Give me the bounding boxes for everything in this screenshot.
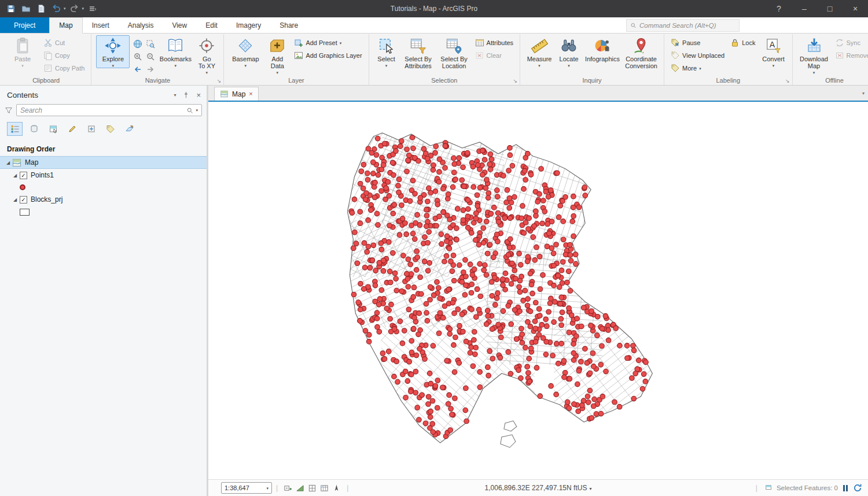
list-by-selection-button[interactable] xyxy=(46,123,60,135)
chevron-down-icon[interactable]: ▾ xyxy=(589,486,591,491)
tab-analysis[interactable]: Analysis xyxy=(119,17,163,33)
slope-icon[interactable] xyxy=(296,484,304,493)
panel-menu-icon[interactable]: ▾ xyxy=(174,92,176,98)
contents-search-box[interactable]: ▾ xyxy=(16,104,202,116)
table-cells-icon[interactable] xyxy=(320,484,329,493)
select-button[interactable]: Select ▾ xyxy=(374,35,399,68)
tab-view[interactable]: View xyxy=(163,17,196,33)
layer-symbol-blocks[interactable] xyxy=(0,206,207,219)
cut-button[interactable]: Cut xyxy=(42,37,86,49)
explore-button[interactable]: Explore ▾ xyxy=(96,35,130,68)
go-to-xy-button[interactable]: Go To XY ▾ xyxy=(194,35,219,75)
locate-button[interactable]: Locate ▾ xyxy=(556,35,582,68)
redo-dropdown-icon[interactable]: ▾ xyxy=(82,6,84,11)
list-by-snapping-button[interactable] xyxy=(84,123,98,135)
remove-button[interactable]: Remove xyxy=(833,50,868,61)
select-by-location-button[interactable]: Select By Location xyxy=(437,35,471,69)
clear-selection-button[interactable]: Clear xyxy=(473,50,515,61)
grid-icon[interactable] xyxy=(308,484,317,493)
list-by-data-source-button[interactable] xyxy=(27,123,41,135)
pin-icon[interactable] xyxy=(182,91,190,99)
add-preset-button[interactable]: Add Preset ▾ xyxy=(292,37,363,49)
panel-close-icon[interactable]: × xyxy=(196,91,201,99)
open-project-button[interactable] xyxy=(20,2,32,16)
redo-button[interactable] xyxy=(68,2,81,16)
view-unplaced-button[interactable]: View Unplaced xyxy=(669,50,726,61)
grid-plus-icon[interactable] xyxy=(284,484,292,493)
go-to-xy-icon xyxy=(198,37,215,54)
measure-label: Measure xyxy=(527,55,552,62)
maximize-button[interactable]: □ xyxy=(817,0,843,17)
expander-icon[interactable]: ◢ xyxy=(5,160,12,165)
minimize-button[interactable]: – xyxy=(792,0,817,17)
point-symbol-swatch[interactable] xyxy=(20,184,25,190)
tab-imagery[interactable]: Imagery xyxy=(227,17,270,33)
tab-insert[interactable]: Insert xyxy=(83,17,119,33)
bookmarks-button[interactable]: Bookmarks ▾ xyxy=(159,35,192,68)
close-button[interactable]: × xyxy=(843,0,868,17)
help-button[interactable]: ? xyxy=(766,0,792,17)
full-extent-button[interactable] xyxy=(132,38,144,50)
tab-edit[interactable]: Edit xyxy=(196,17,227,33)
download-map-button[interactable]: Download Map ▾ xyxy=(797,35,831,75)
layer-tree-item-points1[interactable]: ◢ ✓ Points1 xyxy=(0,169,207,182)
list-by-drawing-order-button[interactable] xyxy=(8,123,22,135)
new-project-button[interactable] xyxy=(35,2,47,16)
view-tab-map[interactable]: Map × xyxy=(214,87,259,101)
map-scale-combobox[interactable]: 1:38,647 ▾ xyxy=(221,482,272,494)
infographics-button[interactable]: Infographics xyxy=(584,35,621,62)
zoom-to-selection-button[interactable] xyxy=(145,38,156,50)
layer-tree-item-map[interactable]: ◢ Map xyxy=(0,156,207,169)
tab-map[interactable]: Map xyxy=(49,17,82,34)
selected-features-count[interactable]: Selected Features: 0 xyxy=(777,484,838,491)
fixed-zoom-in-button[interactable] xyxy=(132,51,144,62)
coordinate-conversion-button[interactable]: Coordinate Conversion xyxy=(623,35,659,69)
tab-project[interactable]: Project xyxy=(0,17,49,33)
select-by-attributes-button[interactable]: Select By Attributes xyxy=(402,35,435,69)
more-labeling-button[interactable]: More ▾ xyxy=(669,62,726,74)
save-project-button[interactable] xyxy=(5,2,17,16)
list-by-labeling-button[interactable] xyxy=(103,123,117,135)
search-icon xyxy=(186,107,193,114)
paste-button[interactable]: Paste ▾ xyxy=(6,35,39,68)
fixed-zoom-out-button[interactable] xyxy=(145,51,156,62)
layer-checkbox-points1[interactable]: ✓ xyxy=(20,172,27,179)
tab-share[interactable]: Share xyxy=(270,17,307,33)
previous-extent-button[interactable] xyxy=(132,64,144,75)
convert-labels-button[interactable]: A Convert ▾ xyxy=(760,35,788,68)
list-by-perspective-button[interactable] xyxy=(122,123,137,135)
layer-checkbox-blocks[interactable]: ✓ xyxy=(20,196,27,203)
command-search-input[interactable] xyxy=(639,22,735,29)
add-graphics-layer-button[interactable]: Add Graphics Layer xyxy=(292,50,363,61)
lock-labels-button[interactable]: Lock xyxy=(729,37,757,49)
basemap-button[interactable]: Basemap ▾ xyxy=(229,35,262,68)
command-search-box[interactable] xyxy=(626,19,740,32)
add-data-button[interactable]: Add Data ▾ xyxy=(264,35,290,75)
next-extent-button[interactable] xyxy=(145,64,156,75)
pause-drawing-icon[interactable] xyxy=(843,485,848,491)
sync-button[interactable]: Sync xyxy=(833,37,868,49)
north-arrow-icon[interactable] xyxy=(332,484,341,493)
polygon-symbol-swatch[interactable] xyxy=(20,209,30,216)
expander-icon[interactable]: ◢ xyxy=(12,197,19,202)
expander-icon[interactable]: ◢ xyxy=(12,173,19,178)
view-tab-close-icon[interactable]: × xyxy=(249,91,252,97)
search-options-icon[interactable]: ▾ xyxy=(196,108,198,112)
pause-labeling-button[interactable]: Pause xyxy=(669,37,726,49)
coordinates-value[interactable]: 1,006,896.32E 227,497.15N ftUS xyxy=(485,484,587,492)
attributes-button[interactable]: Attributes xyxy=(473,37,515,49)
list-by-editing-button[interactable] xyxy=(65,123,79,135)
measure-button[interactable]: Measure ▾ xyxy=(525,35,554,68)
copy-path-button[interactable]: Copy Path xyxy=(42,62,86,74)
undo-dropdown-icon[interactable]: ▾ xyxy=(64,6,66,11)
tab-strip-overflow-icon[interactable]: ▾ xyxy=(862,91,865,96)
copy-button[interactable]: Copy xyxy=(42,50,86,61)
map-canvas[interactable] xyxy=(208,102,868,479)
filter-icon[interactable] xyxy=(5,106,13,114)
contents-search-input[interactable] xyxy=(20,106,184,114)
refresh-icon[interactable] xyxy=(853,483,862,493)
layer-tree-item-blocks[interactable]: ◢ ✓ Blocks_prj xyxy=(0,193,207,206)
undo-button[interactable] xyxy=(50,2,62,16)
layer-symbol-points1[interactable] xyxy=(0,182,207,193)
customize-quick-access-button[interactable] xyxy=(86,2,99,16)
